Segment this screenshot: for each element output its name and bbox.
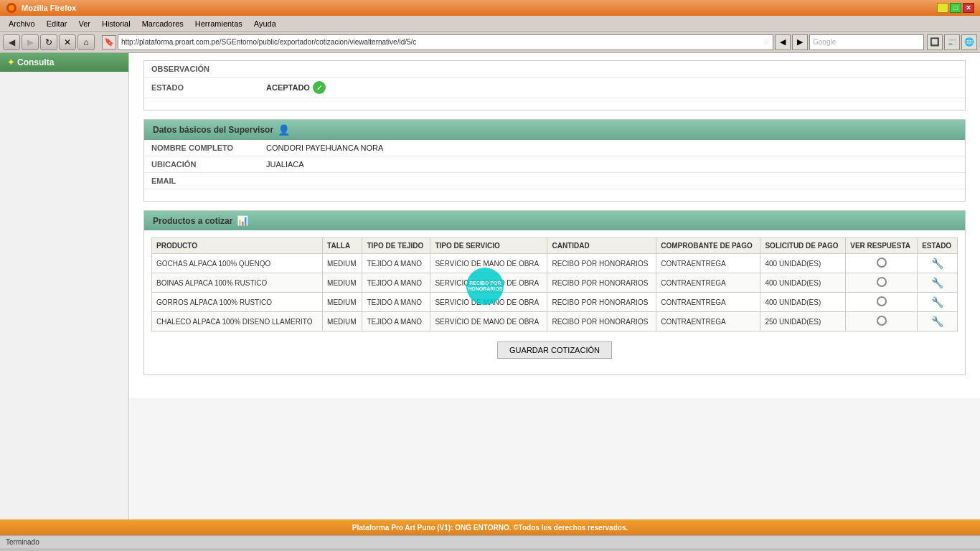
state-star-icon[interactable]: 🔧 — [931, 277, 943, 288]
sidebar: ✦ Consulta — [0, 53, 129, 519]
cell-solicitud: 400 UNIDAD(ES) — [760, 254, 846, 273]
content-area[interactable]: OBSERVACIÓN ESTADO ACEPTADO ✓ — [129, 53, 980, 519]
estado-label: ESTADO — [144, 77, 259, 98]
toolbar-btn1[interactable]: 🔲 — [927, 34, 943, 50]
address-bar[interactable]: http://plataforma.proart.com.pe/SGEntorn… — [118, 34, 773, 50]
observacion-row: OBSERVACIÓN — [144, 61, 965, 77]
nombre-row: NOMBRE COMPLETO CONDORI PAYEHUANCA NORA — [144, 140, 965, 156]
page-status: Terminado — [6, 538, 39, 546]
close-button[interactable]: ✕ — [963, 3, 974, 13]
cell-tipo-servicio: SERVICIO DE MANO DE OBRA — [430, 312, 547, 331]
cell-producto: GORROS ALPACA 100% RUSTICO — [152, 293, 323, 312]
state-star-icon[interactable]: 🔧 — [931, 316, 943, 327]
supervisor-section: Datos básicos del Supervisor 👤 NOMBRE CO… — [143, 119, 966, 202]
col-producto: PRODUCTO — [152, 238, 323, 254]
menu-historial[interactable]: Historial — [96, 18, 136, 29]
minimize-button[interactable]: _ — [937, 3, 948, 13]
forward-button[interactable]: ▶ — [22, 34, 39, 50]
cell-ver-respuesta[interactable] — [846, 273, 918, 293]
cell-comprobante: CONTRAENTREGA — [656, 312, 760, 331]
cell-comprobante: CONTRAENTREGA — [656, 273, 760, 293]
menu-ver[interactable]: Ver — [72, 18, 96, 29]
basic-info-section: OBSERVACIÓN ESTADO ACEPTADO ✓ — [143, 60, 966, 110]
state-star-icon[interactable]: 🔧 — [931, 296, 943, 308]
products-table: PRODUCTO TALLA TIPO DE TEJIDO TIPO DE SE… — [151, 237, 958, 331]
products-header: Productos a cotizar 📊 — [144, 211, 965, 230]
col-comprobante: COMPROBANTE DE PAGO — [656, 238, 760, 254]
cell-talla: MEDIUM — [323, 293, 362, 312]
sidebar-consulta[interactable]: ✦ Consulta — [0, 53, 128, 72]
maximize-button[interactable]: □ — [950, 3, 961, 13]
cell-producto: BOINAS ALPACA 100% RUSTICO — [152, 273, 323, 293]
cell-comprobante: CONTRAENTREGA — [656, 293, 760, 312]
cell-tipo-tejido: TEJIDO A MANO — [362, 293, 430, 312]
cell-estado[interactable]: 🔧 — [918, 312, 958, 331]
bookmark-star[interactable]: ☆ — [763, 37, 770, 47]
cell-estado[interactable]: 🔧 — [918, 254, 958, 273]
products-section: Productos a cotizar 📊 PRODUCTO TALLA TIP… — [143, 210, 966, 375]
cell-comprobante: CONTRAENTREGA — [656, 254, 760, 273]
browser-title: Mozilla Firefox — [22, 4, 76, 12]
toolbar-btn2[interactable]: 📰 — [944, 34, 960, 50]
search-left-button[interactable]: ◀ — [775, 34, 791, 50]
cell-estado[interactable]: 🔧 — [918, 273, 958, 293]
search-bar[interactable]: Google — [809, 34, 924, 50]
stop-button[interactable]: ✕ — [59, 34, 76, 50]
cell-solicitud: 400 UNIDAD(ES) — [760, 293, 846, 312]
cell-estado[interactable]: 🔧 — [918, 293, 958, 312]
reload-button[interactable]: ↻ — [40, 34, 57, 50]
observacion-value — [259, 61, 965, 77]
url-text: http://plataforma.proart.com.pe/SGEntorn… — [121, 38, 416, 46]
ubicacion-value: JUALIACA — [259, 156, 965, 173]
radio-button[interactable] — [877, 296, 887, 306]
cyan-overlay: RECIBO POR HONORARIOS — [466, 268, 504, 305]
search-right-button[interactable]: ▶ — [792, 34, 808, 50]
back-button[interactable]: ◀ — [3, 34, 20, 50]
cell-cantidad: RECIBO POR HONORARIOS — [547, 254, 656, 273]
cell-ver-respuesta[interactable] — [846, 293, 918, 312]
menu-herramientas[interactable]: Herramientas — [189, 18, 248, 29]
radio-button[interactable] — [877, 316, 887, 326]
excel-icon: 📊 — [237, 215, 248, 226]
toolbar-btn3[interactable]: 🌐 — [961, 34, 977, 50]
estado-badge: ACEPTADO ✓ — [266, 81, 326, 94]
form-table: OBSERVACIÓN ESTADO ACEPTADO ✓ — [144, 61, 965, 98]
col-talla: TALLA — [323, 238, 362, 254]
estado-text: ACEPTADO — [266, 83, 310, 92]
cell-solicitud: 400 UNIDAD(ES) — [760, 273, 846, 293]
save-cotizacion-button[interactable]: GUARDAR COTIZACIÓN — [497, 342, 612, 359]
cell-ver-respuesta[interactable] — [846, 312, 918, 331]
titlebar: Mozilla Firefox _ □ ✕ — [0, 0, 980, 16]
table-row: BOINAS ALPACA 100% RUSTICO MEDIUM TEJIDO… — [152, 273, 958, 293]
check-icon: ✓ — [313, 81, 326, 94]
email-label: EMAIL — [144, 173, 259, 189]
menu-marcadores[interactable]: Marcadores — [136, 18, 189, 29]
google-logo: Google — [813, 38, 836, 46]
menu-editar[interactable]: Editar — [41, 18, 73, 29]
svg-point-1 — [9, 5, 14, 11]
estado-value: ACEPTADO ✓ — [259, 77, 965, 98]
table-row: CHALECO ALPACA 100% DISENO LLAMERITO MED… — [152, 312, 958, 331]
products-title: Productos a cotizar — [153, 216, 232, 226]
cell-tipo-servicio: SERVICIO DE MANO DE OBRA RECIBO POR HONO… — [430, 273, 547, 293]
email-row: EMAIL — [144, 173, 965, 189]
nombre-label: NOMBRE COMPLETO — [144, 140, 259, 156]
col-ver-respuesta: VER RESPUESTA — [846, 238, 918, 254]
table-row: GORROS ALPACA 100% RUSTICO MEDIUM TEJIDO… — [152, 293, 958, 312]
home-button[interactable]: ⌂ — [77, 34, 95, 50]
menu-ayuda[interactable]: Ayuda — [248, 18, 282, 29]
cell-ver-respuesta[interactable] — [846, 254, 918, 273]
radio-button[interactable] — [877, 258, 887, 268]
menu-archivo[interactable]: Archivo — [3, 18, 41, 29]
cell-producto: GOCHAS ALPACA 100% QUENQO — [152, 254, 323, 273]
cell-cantidad: RECIBO POR HONORARIOS — [547, 312, 656, 331]
cell-solicitud: 250 UNIDAD(ES) — [760, 312, 846, 331]
ubicacion-label: UBICACIÓN — [144, 156, 259, 173]
state-star-icon[interactable]: 🔧 — [931, 258, 943, 269]
cell-tipo-tejido: TEJIDO A MANO — [362, 273, 430, 293]
cell-talla: MEDIUM — [323, 273, 362, 293]
supervisor-title: Datos básicos del Supervisor — [153, 125, 273, 135]
col-estado: ESTADO — [918, 238, 958, 254]
radio-button[interactable] — [877, 277, 887, 287]
observacion-label: OBSERVACIÓN — [144, 61, 259, 77]
